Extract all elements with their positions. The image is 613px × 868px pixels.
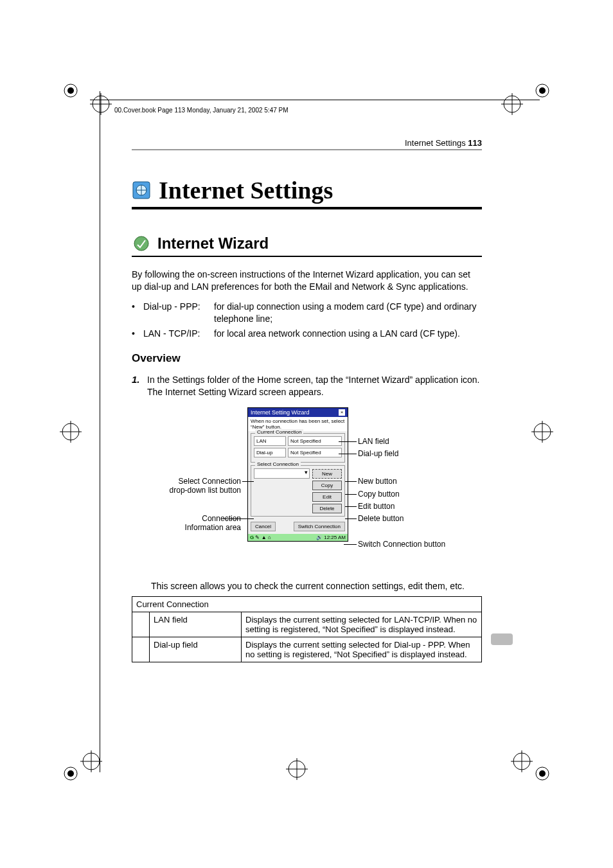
- table-desc: Displays the current setting selected fo…: [242, 637, 482, 662]
- screenshot-figure: Internet Setting Wizard × When no connec…: [164, 407, 482, 568]
- svg-point-28: [539, 770, 546, 777]
- leader-line: [345, 506, 357, 507]
- leader-line: [345, 518, 357, 519]
- internet-settings-icon: [132, 181, 151, 200]
- crop-mark-icon: [60, 421, 82, 445]
- section-title: Internet Wizard: [132, 234, 482, 253]
- callout-info-area: Connection Information area: [164, 514, 241, 532]
- bullet-item: • LAN - TCP/IP: for local area network c…: [132, 328, 482, 340]
- select-connection-dropdown[interactable]: [254, 468, 310, 479]
- bullet-icon: •: [132, 328, 143, 340]
- rule: [132, 207, 482, 209]
- device-screenshot: Internet Setting Wizard × When no connec…: [247, 407, 348, 542]
- running-head: Internet Settings 113: [132, 138, 482, 148]
- cancel-button[interactable]: Cancel: [251, 522, 276, 531]
- callout-edit-button: Edit button: [358, 502, 395, 511]
- description-table: Current Connection LAN field Displays th…: [132, 596, 482, 662]
- callout-copy-button: Copy button: [358, 490, 400, 499]
- delete-button[interactable]: Delete: [312, 504, 342, 513]
- table-desc: Displays the current setting selected fo…: [242, 612, 482, 637]
- lan-field: Not Specified: [288, 436, 342, 446]
- leader-line: [345, 494, 357, 495]
- crop-mark-icon: [62, 82, 80, 102]
- bullet-label: Dial-up - PPP:: [143, 301, 214, 325]
- lan-label: LAN: [254, 436, 286, 446]
- bullet-item: • Dial-up - PPP: for dial-up connection …: [132, 301, 482, 325]
- callout-dialup-field: Dial-up field: [358, 449, 398, 458]
- crop-mark-icon: [286, 758, 308, 783]
- svg-point-31: [134, 236, 148, 251]
- running-section: Internet Settings: [405, 138, 466, 148]
- table-indent: [132, 612, 150, 637]
- crop-line: [100, 91, 100, 772]
- step-1: 1. In the Settings folder of the Home sc…: [132, 374, 482, 398]
- overview-heading: Overview: [132, 352, 482, 365]
- chapter-title: Internet Settings: [132, 176, 482, 204]
- window-title: Internet Setting Wizard: [251, 409, 310, 416]
- callout-delete-button: Delete button: [358, 514, 404, 523]
- new-button[interactable]: New: [312, 469, 342, 479]
- rule: [132, 149, 482, 150]
- intro-paragraph: By following the on-screen instructions …: [132, 269, 482, 293]
- crop-mark-icon: [80, 750, 102, 775]
- bullet-icon: •: [132, 301, 143, 325]
- close-icon[interactable]: ×: [339, 409, 345, 416]
- step-number: 1.: [132, 374, 147, 398]
- table-row: Dial-up field Displays the current setti…: [132, 637, 482, 662]
- table-header: Current Connection: [132, 597, 482, 612]
- table-indent: [132, 637, 150, 662]
- leader-line: [339, 441, 357, 442]
- dialup-field: Not Specified: [288, 448, 342, 457]
- callout-new-button: New button: [358, 477, 397, 486]
- crop-mark-icon: [62, 765, 80, 785]
- leader-line: [344, 544, 357, 545]
- after-figure-text: This screen allows you to check the curr…: [151, 581, 482, 591]
- callout-lan-field: LAN field: [358, 437, 389, 446]
- callout-select-dropdown: Select Connection drop-down list button: [164, 477, 241, 495]
- rule: [132, 256, 482, 257]
- leader-line: [242, 481, 254, 482]
- crop-mark-icon: [501, 93, 523, 118]
- crop-mark-icon: [90, 93, 112, 118]
- edit-button[interactable]: Edit: [312, 492, 342, 502]
- crop-mark-icon: [511, 750, 533, 775]
- header-note: 00.Cover.book Page 113 Monday, January 2…: [114, 107, 289, 114]
- crop-line: [90, 100, 540, 100]
- switch-connection-button[interactable]: Switch Connection: [294, 522, 345, 531]
- leader-line: [223, 518, 254, 519]
- svg-point-17: [67, 770, 74, 777]
- side-thumb-tab: [491, 633, 513, 645]
- crop-mark-icon: [531, 421, 553, 445]
- crop-mark-icon: [533, 82, 551, 102]
- table-row: LAN field Displays the current setting s…: [132, 612, 482, 637]
- dialup-label: Dial-up: [254, 448, 286, 457]
- current-connection-group: Current Connection LAN Not Specified Dia…: [251, 433, 345, 463]
- step-text: The Internet Setting Wizard screen appea…: [147, 386, 482, 398]
- page-number: 113: [468, 138, 482, 148]
- callout-switch-button: Switch Connection button: [358, 540, 445, 549]
- svg-point-1: [67, 87, 74, 94]
- table-label: Dial-up field: [150, 637, 242, 662]
- bullet-desc: for dial-up connection using a modem car…: [214, 301, 482, 325]
- table-label: LAN field: [150, 612, 242, 637]
- group-legend: Select Connection: [255, 461, 301, 467]
- wizard-icon: [132, 234, 151, 253]
- bullet-desc: for local area network connection using …: [214, 328, 482, 340]
- section-title-text: Internet Wizard: [157, 235, 269, 252]
- select-connection-group: Select Connection New Copy Edit Delete: [251, 465, 345, 517]
- leader-line: [345, 481, 357, 482]
- taskbar-time: 🔊 12:25 AM: [316, 535, 346, 540]
- group-legend: Current Connection: [255, 429, 303, 435]
- crop-mark-icon: [533, 765, 551, 785]
- bullet-label: LAN - TCP/IP:: [143, 328, 214, 340]
- taskbar-icons: G ✎ ▲ ⌂: [250, 535, 271, 540]
- taskbar: G ✎ ▲ ⌂ 🔊 12:25 AM: [248, 534, 348, 541]
- window-titlebar: Internet Setting Wizard ×: [248, 408, 348, 417]
- chapter-title-text: Internet Settings: [159, 176, 333, 204]
- bottom-button-bar: Cancel Switch Connection: [248, 519, 348, 534]
- step-text: In the Settings folder of the Home scree…: [147, 374, 482, 386]
- copy-button[interactable]: Copy: [312, 481, 342, 490]
- leader-line: [339, 454, 357, 454]
- svg-point-9: [539, 87, 546, 94]
